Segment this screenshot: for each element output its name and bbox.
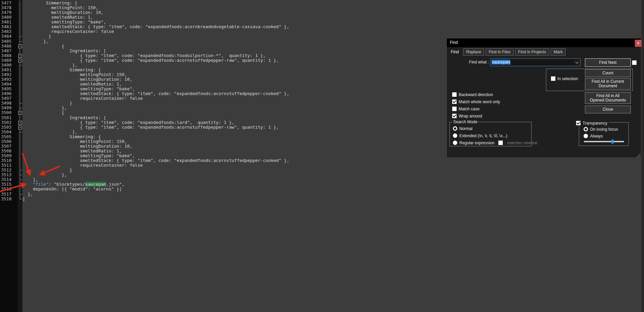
code-line[interactable]: 3494 smeltedRatio: 1,	[0, 82, 441, 87]
option-match-whole-word-only[interactable]: Match whole word only	[452, 99, 500, 104]
code-line[interactable]: 3478 meltingPoint: 150,	[0, 5, 441, 10]
in-selection-checkbox[interactable]	[551, 76, 555, 81]
transparency-slider[interactable]	[584, 140, 624, 144]
code-line[interactable]: 3487 Ingredients: [	[0, 49, 441, 53]
close-icon[interactable]: x	[635, 40, 642, 47]
code-line[interactable]: 3500 {	[0, 110, 441, 115]
radio-icon[interactable]	[584, 134, 588, 138]
code-line[interactable]: 3503 { type: "item", code: "expandedfood…	[0, 125, 441, 130]
code-line[interactable]: 3482 smeltedStack: { type: "item", code:…	[0, 24, 441, 29]
matches-newline-checkbox[interactable]	[498, 141, 503, 145]
code-line[interactable]: 3490 ],	[0, 63, 441, 68]
radio-normal[interactable]: Normal	[453, 126, 507, 131]
code-line[interactable]: 3509 smeltingType: "bake",	[0, 153, 441, 158]
find-what-input[interactable]: saucepan	[490, 58, 581, 66]
code-line[interactable]: 3502 { type: "item", code: "expandedfood…	[0, 120, 441, 125]
tab-find[interactable]: Find	[448, 48, 462, 56]
checkbox-icon[interactable]	[452, 114, 457, 118]
code-line[interactable]: 3488 { type: "item", code: "expandedfood…	[0, 53, 441, 58]
code-line[interactable]: 3498 }	[0, 101, 441, 106]
tab-mark[interactable]: Mark	[551, 48, 566, 56]
code-line[interactable]: 3477 Simmering: {	[0, 1, 441, 5]
combo-dropdown-button[interactable]	[574, 59, 580, 66]
code-line[interactable]: 3485 },	[0, 39, 441, 44]
code-line[interactable]: 3512 }	[0, 168, 441, 172]
in-selection-option[interactable]: In selection	[551, 76, 578, 81]
code-line[interactable]: 3507 meltingDuration: 10,	[0, 144, 441, 149]
radio-icon[interactable]	[584, 127, 588, 131]
code-line[interactable]: 3495 smeltingType: "bake",	[0, 87, 441, 91]
transparency-checkbox[interactable]	[576, 121, 581, 125]
code-line[interactable]: 3504 ],	[0, 130, 441, 134]
code-lines[interactable]: 3477 Simmering: {3478 meltingPoint: 150,…	[0, 1, 441, 201]
code-line[interactable]: 3518]	[0, 197, 441, 201]
code-line[interactable]: 3483 requiresContainer: false	[0, 29, 441, 34]
code-line[interactable]: 3508 smeltedRatio: 1,	[0, 149, 441, 153]
tab-replace[interactable]: Replace	[463, 48, 484, 56]
tab-find-in-projects[interactable]: Find in Projects	[515, 48, 549, 56]
checkbox-icon[interactable]	[452, 107, 457, 111]
fold-toggle[interactable]	[12, 44, 22, 49]
vertical-scrollbar[interactable]	[641, 0, 644, 312]
fold-collapse-icon[interactable]	[18, 54, 22, 58]
resize-grip-icon[interactable]	[637, 154, 641, 158]
slider-track[interactable]	[584, 141, 624, 142]
checkbox-icon[interactable]	[452, 92, 457, 97]
radio-always[interactable]: Always	[584, 134, 618, 138]
fold-collapse-icon[interactable]	[18, 44, 22, 48]
tab-find-in-files[interactable]: Find in Files	[485, 48, 514, 56]
radio-icon[interactable]	[453, 126, 457, 131]
code-line[interactable]: 3517 },	[0, 192, 441, 197]
radio-icon[interactable]	[453, 133, 457, 138]
code-line[interactable]: 3479 meltingDuration: 10,	[0, 10, 441, 15]
code-line[interactable]: 3484 }	[0, 34, 441, 39]
radio-extended-n-r-t-0-x-[interactable]: Extended (\n, \r, \t, \0, \x...)	[453, 133, 507, 138]
find-all-current-button[interactable]: Find All in Current Document	[585, 78, 631, 90]
radio-icon[interactable]	[453, 141, 457, 145]
option-backward-direction[interactable]: Backward direction	[452, 92, 500, 97]
fold-guide	[12, 72, 22, 77]
code-line[interactable]: 3480 smeltedRatio: 1,	[0, 15, 441, 20]
fold-toggle[interactable]	[12, 120, 22, 125]
code-line[interactable]: 3516 dependsOn: [{ "modid": "acorns" }]	[0, 187, 441, 191]
count-button[interactable]: Count	[585, 69, 631, 77]
find-all-opened-button[interactable]: Find All in All Opened Documents	[585, 92, 631, 104]
fold-collapse-icon[interactable]	[18, 59, 22, 62]
find-next-aux-checkbox[interactable]	[632, 60, 637, 65]
code-line[interactable]: 3501 Ingredients: [	[0, 115, 441, 120]
radio-on-losing-focus[interactable]: On losing focus	[584, 127, 618, 131]
code-line[interactable]: 3493 meltingDuration: 10,	[0, 77, 441, 82]
slider-thumb[interactable]	[611, 140, 614, 144]
option-match-case[interactable]: Match case	[452, 107, 500, 111]
code-line[interactable]: 3492 meltingPoint: 150,	[0, 72, 441, 77]
code-line[interactable]: 3491 Simmering: {	[0, 68, 441, 72]
code-line[interactable]: 3496 smeltedStack: { type: "item", code:…	[0, 91, 441, 96]
close-button[interactable]: Close	[585, 106, 631, 113]
code-line[interactable]: 3481 smeltingType: "bake",	[0, 20, 441, 24]
code-line[interactable]: 3513 },	[0, 172, 441, 177]
code-line[interactable]: 3499 },	[0, 106, 441, 110]
fold-toggle[interactable]	[12, 53, 22, 58]
matches-newline-option[interactable]: . matches newline	[498, 141, 537, 145]
fold-collapse-icon[interactable]	[18, 111, 22, 115]
code-line[interactable]: 3515 "file": "blocktypes/saucepan.json",	[0, 182, 441, 187]
code-line[interactable]: 3486 {	[0, 44, 441, 49]
find-next-button[interactable]: Find Next	[585, 58, 631, 67]
transparency-option[interactable]: Transparency	[576, 121, 609, 125]
code-line[interactable]: 3505 Simmering: {	[0, 134, 441, 139]
fold-collapse-icon[interactable]	[18, 121, 22, 125]
fold-toggle[interactable]	[12, 58, 22, 63]
code-line[interactable]: 3497 requiresContainer: false	[0, 96, 441, 101]
code-line[interactable]: 3489 { type: "item", code: "expandedfood…	[0, 58, 441, 63]
checkbox-icon[interactable]	[452, 99, 457, 104]
matches-newline-label: . matches newline	[505, 141, 537, 145]
option-wrap-around[interactable]: Wrap around	[452, 114, 500, 118]
code-line[interactable]: 3506 meltingPoint: 150,	[0, 139, 441, 144]
fold-toggle[interactable]	[12, 110, 22, 115]
fold-collapse-icon[interactable]	[18, 126, 22, 129]
code-line[interactable]: 3511 requiresContainer: false	[0, 163, 441, 168]
code-line[interactable]: 3510 smeltedStack: { type: "item", code:…	[0, 158, 441, 163]
code-line[interactable]: 3514 ],	[0, 177, 441, 182]
find-dialog-titlebar[interactable]: Find x	[447, 38, 641, 47]
fold-toggle[interactable]	[12, 125, 22, 130]
